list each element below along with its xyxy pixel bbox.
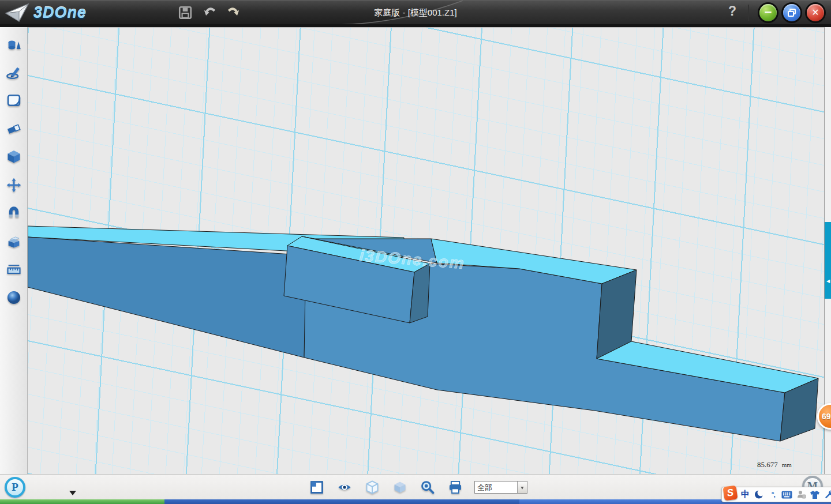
quick-menu-p-label: P <box>12 481 18 494</box>
sidebar-item-material-sphere[interactable] <box>6 289 22 306</box>
scale-value: 85.677 <box>757 460 778 469</box>
ime-language-label: 中 <box>741 489 750 500</box>
model-3d[interactable]: i3DOne.com <box>28 27 824 474</box>
close-button[interactable]: ✕ <box>807 4 824 21</box>
model-face-leftbar-front <box>28 237 309 358</box>
sidebar-item-feature-cube[interactable] <box>6 149 22 165</box>
skin-shirt-icon <box>810 490 820 499</box>
titlebar-divider <box>748 5 748 21</box>
view-toolbar-icons <box>309 480 463 495</box>
ime-skin-button[interactable] <box>810 489 821 501</box>
display-filter-select[interactable]: 全部 ▼ <box>474 481 527 494</box>
floating-badge-value: 69 <box>819 412 831 421</box>
taskbar-sliver-green <box>0 499 164 504</box>
ime-profile-button[interactable] <box>796 489 807 501</box>
viewport-canvas[interactable]: i3DOne.com 85.677 mm <box>28 27 824 474</box>
display-filter-value: 全部 <box>475 482 517 493</box>
view-toolbar: 全部 ▼ <box>0 474 831 499</box>
sidebar-item-move-arrows[interactable] <box>6 177 22 193</box>
ime-language-toggle[interactable]: 中 <box>740 489 751 501</box>
help-button[interactable]: ? <box>725 3 740 19</box>
print-icon[interactable] <box>448 480 463 495</box>
ime-logo-button[interactable]: S <box>723 485 738 501</box>
sidebar-item-sketch-edit[interactable] <box>6 92 22 108</box>
close-icon: ✕ <box>811 8 819 17</box>
minimize-icon: − <box>763 7 772 17</box>
ime-punctuation-label: °, <box>772 491 775 499</box>
sidebar-item-measure-ruler[interactable] <box>6 261 22 277</box>
ime-logo-label: S <box>726 487 734 499</box>
restore-button[interactable] <box>783 4 800 21</box>
viewport-corner-icon[interactable] <box>309 480 324 495</box>
chevron-down-icon: ▼ <box>521 485 524 489</box>
display-filter-dropdown-button[interactable]: ▼ <box>517 482 527 493</box>
panel-expand-tab[interactable]: ◀ <box>825 222 831 299</box>
panel-expand-arrow-icon: ◀ <box>826 279 830 284</box>
ime-punctuation-toggle[interactable]: °, <box>768 489 778 501</box>
keyboard-icon <box>781 491 792 499</box>
minimize-button[interactable]: − <box>759 4 777 21</box>
quick-menu-expander[interactable] <box>69 491 76 495</box>
ime-fullhalf-toggle[interactable] <box>754 489 765 501</box>
sidebar-item-sketch-draw[interactable] <box>6 65 22 81</box>
profile-icon <box>796 490 806 499</box>
visibility-eye-icon[interactable] <box>337 480 352 495</box>
scale-unit: mm <box>782 461 792 468</box>
sidebar-item-basic-solids[interactable] <box>6 37 22 53</box>
sidebar-item-combine-box[interactable] <box>6 234 22 250</box>
wireframe-cube-icon[interactable] <box>365 480 380 495</box>
ime-settings-button[interactable] <box>823 489 831 501</box>
window-title: 家庭版 - [模型001.Z1] <box>0 7 831 18</box>
ime-softkeyboard-button[interactable] <box>781 489 792 501</box>
taskbar-sliver-blue-dark <box>164 499 519 504</box>
sidebar-item-trim-eraser[interactable] <box>6 121 22 137</box>
sidebar-item-magnet-constraint[interactable] <box>6 205 22 221</box>
scale-indicator: 85.677 mm <box>757 460 792 469</box>
tool-sidebar <box>0 27 28 474</box>
quick-menu-p-button[interactable]: P <box>5 477 25 498</box>
titlebar: 3DOne 家庭版 - [模型001.Z1] ? − ✕ <box>0 0 831 24</box>
shaded-cube-icon[interactable] <box>392 480 407 495</box>
restore-icon <box>786 7 798 18</box>
ime-toolbar: S 中 °, <box>721 487 831 502</box>
zoom-search-icon[interactable] <box>420 480 435 495</box>
wrench-icon <box>824 490 831 499</box>
moon-icon <box>754 490 764 499</box>
